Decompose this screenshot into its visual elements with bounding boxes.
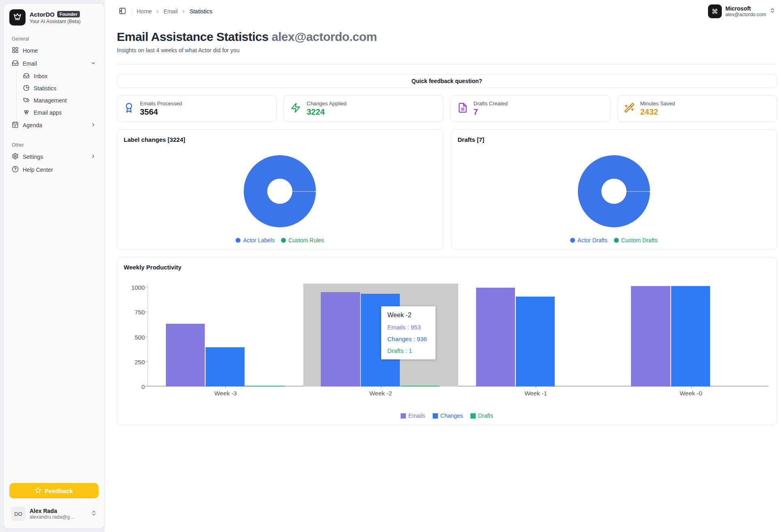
bar-emails[interactable]: [166, 324, 205, 387]
y-tick-mark: [145, 287, 148, 287]
weekly-productivity-card: Weekly Productivity Week -2 Emails : 953…: [117, 257, 777, 425]
sidebar-item-agenda[interactable]: Agenda: [9, 119, 99, 132]
bar-drafts[interactable]: [245, 386, 284, 387]
legend-dot: [281, 238, 286, 243]
email-subnav: Inbox Statistics Management Email apps: [16, 70, 99, 119]
bar-group[interactable]: Week -3: [148, 277, 303, 387]
stat-label: Changes Applied: [307, 100, 346, 107]
chart-title: Drafts [7]: [458, 136, 770, 143]
chart-tooltip: Week -2 Emails : 953 Changes : 936 Draft…: [381, 306, 436, 359]
y-tick-mark: [145, 361, 148, 362]
bar-drafts[interactable]: [401, 386, 440, 387]
page-title-email: alex@actordo.com: [272, 30, 377, 43]
tooltip-row-changes: Changes : 936: [387, 335, 429, 342]
breadcrumb-home[interactable]: Home: [137, 8, 152, 15]
y-tick-label: 0: [124, 383, 145, 390]
bar-emails[interactable]: [321, 292, 360, 387]
x-tick-label: Week -0: [614, 390, 769, 397]
y-tick-label: 500: [124, 333, 145, 340]
chevrons-up-down-icon: [91, 510, 97, 518]
sidebar-item-label: Agenda: [23, 122, 86, 128]
bar-group[interactable]: Week -1: [458, 277, 614, 387]
legend-item-drafts[interactable]: Drafts: [470, 412, 493, 419]
sidebar-item-inbox[interactable]: Inbox: [21, 70, 99, 82]
y-tick-mark: [145, 386, 148, 387]
donut-row: Label changes [3224] Actor Labels Custom…: [117, 129, 777, 250]
legend-swatch: [433, 413, 438, 419]
legend-item-actor-labels[interactable]: Actor Labels: [236, 237, 275, 244]
bar-changes[interactable]: [516, 297, 555, 387]
legend-item-emails[interactable]: Emails: [401, 412, 425, 419]
chevron-right-icon: [90, 154, 96, 160]
star-icon: [35, 487, 41, 495]
legend-label: Changes: [440, 412, 463, 419]
wand-sparkles-icon: [624, 103, 635, 115]
divider: [117, 64, 777, 64]
bar-group[interactable]: Week -0: [614, 277, 769, 387]
x-tick-label: Week -1: [458, 390, 614, 397]
stat-card-drafts-created: Drafts Created 7: [451, 95, 610, 122]
legend-dot: [614, 238, 619, 243]
bar-emails[interactable]: [476, 288, 515, 387]
stat-card-emails-processed: Emails Processed 3564: [117, 95, 277, 122]
topbar: Home Email Statistics ⌘ Microsoft alex@a…: [117, 4, 777, 19]
tooltip-row-drafts: Drafts : 1: [387, 347, 429, 354]
user-name: Alex Rada: [30, 508, 87, 514]
bar-emails[interactable]: [631, 286, 670, 387]
legend-item-custom-rules[interactable]: Custom Rules: [281, 237, 324, 244]
legend-swatch: [470, 413, 476, 419]
donut-legend: Actor Labels Custom Rules: [236, 237, 324, 244]
bar-legend: Emails Changes Drafts: [124, 412, 770, 419]
tags-icon: [23, 97, 30, 105]
crown-icon: [13, 12, 22, 23]
legend-item-actor-drafts[interactable]: Actor Drafts: [570, 237, 607, 244]
sidebar-item-email-apps[interactable]: Email apps: [21, 107, 99, 119]
inbox-icon: [23, 73, 30, 80]
sidebar-item-email[interactable]: Email: [9, 57, 99, 70]
feedback-button[interactable]: Feedback: [9, 483, 99, 498]
command-icon: ⌘: [708, 4, 722, 18]
bar-changes[interactable]: [206, 347, 245, 387]
drafts-donut[interactable]: [578, 155, 650, 227]
sidebar-rail: ActorDO Founder Your AI Assistant (Beta)…: [0, 0, 105, 532]
panel-left-icon: [119, 7, 126, 16]
award-icon: [124, 103, 134, 115]
sidebar-toggle-button[interactable]: [117, 6, 128, 17]
account-name: Microsoft: [725, 5, 766, 12]
sidebar-item-label: Email: [23, 60, 86, 67]
quick-feedback-bar[interactable]: Quick feedback question?: [117, 74, 777, 88]
label-changes-donut[interactable]: [244, 155, 316, 227]
user-menu[interactable]: DO Alex Rada alexandru.rada@gmail....: [9, 504, 99, 523]
account-switcher[interactable]: ⌘ Microsoft alex@actordo.com: [706, 4, 777, 19]
stat-value: 2432: [640, 107, 675, 117]
file-text-icon: [457, 103, 468, 115]
brand[interactable]: ActorDO Founder Your AI Assistant (Beta): [9, 9, 99, 26]
legend-item-changes[interactable]: Changes: [433, 412, 463, 419]
sidebar-item-help-center[interactable]: Help Center: [9, 163, 99, 176]
sidebar-item-statistics[interactable]: Statistics: [21, 82, 99, 94]
weekly-bar-plot[interactable]: Week -2 Emails : 953 Changes : 936 Draft…: [148, 277, 768, 387]
legend-item-custom-drafts[interactable]: Custom Drafts: [614, 237, 657, 244]
sidebar-item-label: Settings: [23, 154, 86, 160]
page-subtitle: Insights on last 4 weeks of what Actor d…: [117, 47, 777, 53]
sidebar-item-management[interactable]: Management: [21, 94, 99, 107]
gear-icon: [12, 153, 19, 161]
stat-card-minutes-saved: Minutes Saved 2432: [617, 95, 777, 122]
x-tick-label: Week -3: [148, 390, 303, 397]
sidebar-item-label: Home: [23, 47, 96, 54]
stat-label: Drafts Created: [474, 100, 508, 107]
stat-label: Emails Processed: [140, 100, 182, 107]
help-circle-icon: [12, 166, 19, 174]
donut-legend: Actor Drafts Custom Drafts: [570, 237, 657, 244]
divider: [132, 8, 133, 15]
breadcrumb: Home Email Statistics: [137, 8, 212, 15]
chevron-right-icon: [155, 9, 160, 14]
breadcrumb-email[interactable]: Email: [163, 8, 178, 15]
pie-chart-icon: [23, 85, 30, 92]
sidebar-item-settings[interactable]: Settings: [9, 150, 99, 163]
sidebar-item-home[interactable]: Home: [9, 44, 99, 57]
legend-label: Actor Labels: [243, 237, 275, 244]
bar-changes[interactable]: [671, 286, 710, 387]
plan-badge: Founder: [57, 11, 80, 17]
brand-name: ActorDO: [30, 11, 55, 18]
